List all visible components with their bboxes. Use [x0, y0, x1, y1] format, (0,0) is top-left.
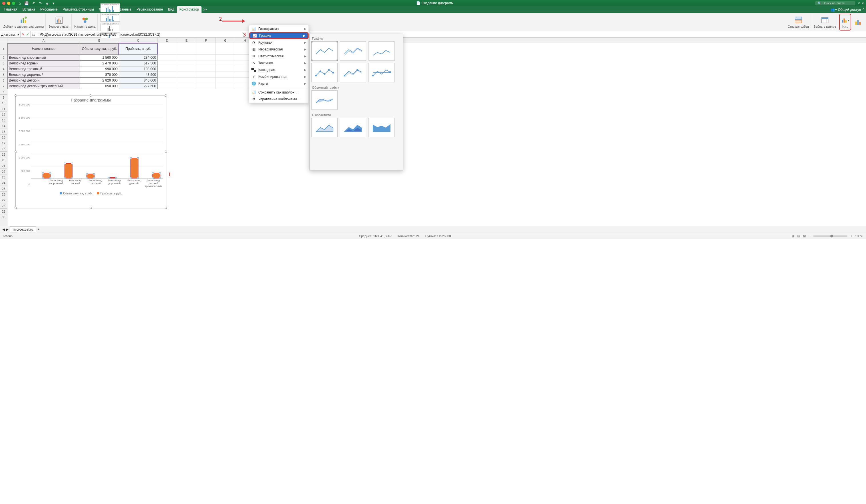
- cell[interactable]: [177, 72, 196, 78]
- select-all-corner[interactable]: [0, 38, 7, 43]
- select-data-button[interactable]: Выбрать данные: [812, 14, 838, 31]
- menu-item-manage-templates[interactable]: ⚙Управление шаблонами...: [249, 96, 309, 103]
- menu-item-save-template[interactable]: 📊Сохранить как шаблон...: [249, 89, 309, 96]
- col-header[interactable]: E: [177, 38, 196, 43]
- row-header[interactable]: 13: [0, 117, 7, 123]
- col-header[interactable]: G: [216, 38, 235, 43]
- row-header[interactable]: 2: [0, 55, 7, 60]
- row-header[interactable]: 25: [0, 186, 7, 192]
- cell[interactable]: [216, 60, 235, 66]
- chart-title[interactable]: Название диаграммы: [16, 95, 166, 105]
- legend-item[interactable]: Прибыль, в руб.: [97, 192, 122, 195]
- cell[interactable]: 2 470 000: [80, 60, 119, 66]
- chart-legend[interactable]: Объем закупки, в руб. Прибыль, в руб.: [16, 190, 166, 197]
- menu-item-line[interactable]: 📈График▶: [249, 32, 309, 39]
- cell[interactable]: 2 820 000: [80, 78, 119, 83]
- row-header[interactable]: 5: [0, 72, 7, 78]
- cell[interactable]: [216, 72, 235, 78]
- row-header[interactable]: 23: [0, 174, 7, 180]
- qat-dropdown-icon[interactable]: ▾: [53, 1, 55, 5]
- tabs-overflow-icon[interactable]: ≫: [201, 6, 209, 13]
- tab-layout[interactable]: Разметка страницы: [60, 6, 97, 13]
- row-header[interactable]: 11: [0, 106, 7, 112]
- chart-bar[interactable]: [153, 173, 160, 178]
- menu-item-pie[interactable]: ◔Круговая▶: [249, 39, 309, 46]
- switch-row-col-button[interactable]: Строка/столбец: [786, 14, 811, 31]
- cell[interactable]: [216, 43, 235, 55]
- zoom-slider[interactable]: [813, 236, 847, 237]
- cell[interactable]: [177, 55, 196, 60]
- cell[interactable]: [157, 72, 177, 78]
- close-window-icon[interactable]: [2, 2, 5, 5]
- line-chart-option-4[interactable]: [311, 63, 338, 82]
- line-3d-option[interactable]: [311, 90, 338, 110]
- cell[interactable]: [196, 78, 216, 83]
- cell[interactable]: Велосипед горный: [8, 60, 80, 66]
- row-header[interactable]: 20: [0, 157, 7, 163]
- share-button[interactable]: 👥+ Общий доступ: [831, 8, 861, 12]
- col-header[interactable]: F: [196, 38, 216, 43]
- cell[interactable]: [177, 78, 196, 83]
- cell[interactable]: Наименование: [8, 43, 80, 55]
- add-chart-element-button[interactable]: + Добавить элемент диаграммы: [2, 14, 46, 31]
- row-header[interactable]: 21: [0, 163, 7, 169]
- cell[interactable]: [196, 83, 216, 89]
- view-normal-icon[interactable]: ▦: [791, 234, 795, 238]
- cell[interactable]: Велосипед детский трехколесный: [8, 83, 80, 89]
- print-icon[interactable]: 🖨: [45, 1, 49, 5]
- row-header[interactable]: 7: [0, 83, 7, 89]
- col-header[interactable]: B: [80, 38, 119, 43]
- change-chart-type-button[interactable]: ▾ Из...: [839, 14, 851, 31]
- cell[interactable]: 650 000: [80, 83, 119, 89]
- tab-insert[interactable]: Вставка: [20, 6, 38, 13]
- line-chart-option-1[interactable]: [311, 41, 338, 61]
- area-chart-option-3[interactable]: [368, 118, 395, 137]
- cell[interactable]: [157, 78, 177, 83]
- chart-style-2[interactable]: НАЗВАНИЕ ДИАГРАММЫ: [100, 13, 120, 22]
- cell[interactable]: [157, 83, 177, 89]
- cells[interactable]: Наименование Объем закупки, в руб. Прибы…: [8, 43, 866, 89]
- row-header[interactable]: 10: [0, 100, 7, 106]
- cell[interactable]: 870 000: [80, 72, 119, 78]
- collapse-ribbon-icon[interactable]: ^: [863, 8, 864, 12]
- formula-input[interactable]: =РЯД(microexcel.ru!$C$1;microexcel.ru!$A…: [36, 32, 866, 37]
- line-chart-option-3[interactable]: [368, 41, 395, 61]
- menu-item-waterfall[interactable]: ▀▄Каскадная▶: [249, 66, 309, 73]
- row-header[interactable]: 24: [0, 180, 7, 186]
- zoom-out-icon[interactable]: −: [809, 234, 810, 238]
- fx-icon[interactable]: fx: [31, 33, 36, 36]
- zoom-in-icon[interactable]: +: [850, 234, 852, 238]
- chart-bar[interactable]: [65, 164, 72, 178]
- col-header[interactable]: D: [157, 38, 177, 43]
- row-header[interactable]: 8: [0, 89, 7, 95]
- legend-item[interactable]: Объем закупки, в руб.: [60, 192, 92, 195]
- row-header[interactable]: 3: [0, 60, 7, 66]
- menu-item-maps[interactable]: 🌐Карты▶: [249, 80, 309, 87]
- tab-home[interactable]: Главная: [2, 6, 20, 13]
- cell[interactable]: Велосипед спортивный: [8, 55, 80, 60]
- accept-formula-icon[interactable]: ✓: [26, 33, 29, 36]
- menu-item-statistical[interactable]: ılıСтатистическая▶: [249, 53, 309, 60]
- tab-design[interactable]: Конструктор: [177, 6, 201, 13]
- cell[interactable]: [196, 55, 216, 60]
- add-sheet-icon[interactable]: +: [37, 228, 40, 231]
- cell[interactable]: [196, 66, 216, 72]
- name-box[interactable]: Диаграм... ▾: [0, 31, 21, 37]
- maximize-window-icon[interactable]: [12, 2, 15, 5]
- col-header[interactable]: A: [8, 38, 80, 43]
- row-header[interactable]: 15: [0, 129, 7, 135]
- cell[interactable]: [157, 55, 177, 60]
- cell[interactable]: Велосипед дорожный: [8, 72, 80, 78]
- cell[interactable]: Прибыль, в руб.: [119, 43, 157, 55]
- minimize-window-icon[interactable]: [7, 2, 10, 5]
- cell[interactable]: [196, 60, 216, 66]
- cancel-formula-icon[interactable]: ✕: [22, 33, 24, 36]
- cell[interactable]: Объем закупки, в руб.: [80, 43, 119, 55]
- cell[interactable]: [216, 78, 235, 83]
- cell[interactable]: [196, 43, 216, 55]
- embedded-chart[interactable]: Название диаграммы 0 500 000 1 000 000 1…: [15, 95, 166, 208]
- cell[interactable]: [177, 60, 196, 66]
- tab-view[interactable]: Вид: [166, 6, 177, 13]
- search-field[interactable]: 🔍 Поиск на листе: [815, 1, 855, 5]
- cell[interactable]: 198 000: [119, 66, 157, 72]
